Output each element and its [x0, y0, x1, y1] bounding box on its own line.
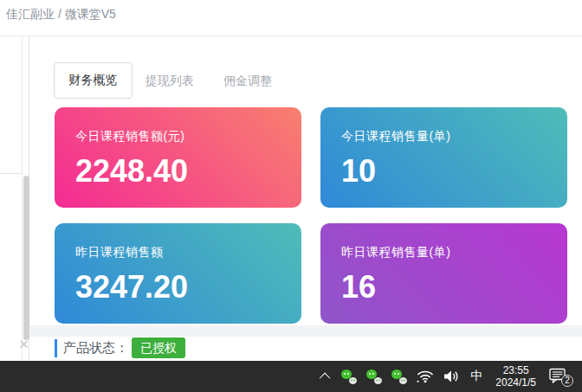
clock-time: 23:55: [503, 364, 529, 376]
breadcrumb[interactable]: 佳汇副业 / 微课堂V5: [6, 7, 116, 22]
stat-card-value: 2248.40: [75, 154, 301, 189]
stat-card-value: 16: [341, 270, 567, 305]
wechat-bubble-small: [349, 377, 357, 384]
stat-cards-grid: 今日课程销售额(元) 2248.40 今日课程销售量(单) 10 昨日课程销售额…: [55, 107, 567, 324]
status-badge: 已授权: [132, 337, 185, 358]
status-accent-bar: [55, 339, 57, 357]
tab-label: 佣金调整: [223, 74, 272, 87]
close-icon[interactable]: ×: [19, 336, 29, 353]
stat-card-value: 10: [341, 154, 567, 189]
tab-commission-adjust[interactable]: 佣金调整: [223, 62, 272, 99]
stat-card-yesterday-sales-amount: 昨日课程销售额 3247.20: [55, 223, 301, 324]
wechat-icon[interactable]: [391, 370, 407, 384]
stat-card-value: 3247.20: [75, 270, 301, 305]
sidebar-divider: [0, 173, 22, 174]
chevron-up-icon[interactable]: [320, 372, 331, 383]
stat-card-label: 今日课程销售量(单): [341, 129, 567, 145]
section-divider-band: [29, 325, 582, 337]
wechat-bubble-small: [399, 377, 407, 384]
main-content: 财务概览 提现列表 佣金调整 今日课程销售额(元) 2248.40 今日课程销售…: [29, 36, 582, 361]
windows-taskbar: 中 23:55 2024/1/5 2: [0, 361, 582, 392]
status-label: 产品状态：: [63, 340, 128, 357]
top-header: 佳汇副业 / 微课堂V5: [0, 0, 582, 36]
stat-card-today-sales-count: 今日课程销售量(单) 10: [320, 107, 567, 208]
tab-withdrawal-list[interactable]: 提现列表: [146, 62, 194, 99]
left-sidebar-strip: ×: [0, 36, 29, 361]
wechat-icon[interactable]: [341, 370, 357, 384]
wechat-icon[interactable]: [366, 370, 382, 384]
scrollbar-thumb[interactable]: [23, 176, 29, 340]
stat-card-yesterday-sales-count: 昨日课程销售量(单) 16: [320, 223, 567, 324]
clock-date: 2024/1/5: [495, 376, 536, 389]
wechat-bubble-small: [374, 377, 382, 384]
notification-count-badge: 2: [561, 375, 573, 387]
product-status-row: 产品状态： 已授权: [29, 337, 582, 361]
sidebar-inner-border: [22, 36, 23, 361]
stat-card-label: 昨日课程销售额: [75, 245, 301, 260]
stat-card-label: 今日课程销售额(元): [75, 129, 301, 145]
tab-label: 提现列表: [146, 74, 194, 87]
action-center-icon[interactable]: 2: [549, 368, 570, 385]
wifi-icon[interactable]: [417, 370, 434, 383]
tab-finance-overview[interactable]: 财务概览: [54, 62, 133, 99]
ime-indicator[interactable]: 中: [470, 369, 482, 384]
volume-icon[interactable]: [443, 370, 461, 383]
tab-label: 财务概览: [69, 73, 118, 88]
stat-card-today-sales-amount: 今日课程销售额(元) 2248.40: [55, 107, 301, 208]
taskbar-clock[interactable]: 23:55 2024/1/5: [495, 364, 536, 389]
stat-card-label: 昨日课程销售量(单): [341, 245, 567, 260]
